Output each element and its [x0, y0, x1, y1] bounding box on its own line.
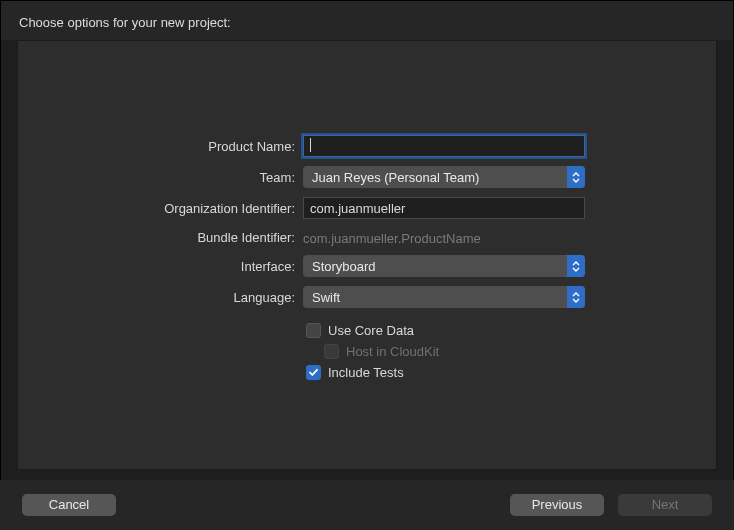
org-identifier-input[interactable]: [303, 197, 585, 219]
previous-button[interactable]: Previous: [510, 494, 604, 516]
bundle-identifier-label: Bundle Identifier:: [18, 230, 303, 245]
product-name-input[interactable]: [303, 135, 585, 157]
team-select-value: Juan Reyes (Personal Team): [312, 170, 479, 185]
product-name-label: Product Name:: [18, 139, 303, 154]
updown-icon: [567, 286, 585, 308]
include-tests-label: Include Tests: [328, 365, 404, 380]
dialog-footer: Cancel Previous Next: [0, 480, 734, 530]
use-core-data-label: Use Core Data: [328, 323, 414, 338]
org-identifier-label: Organization Identifier:: [18, 201, 303, 216]
next-button: Next: [618, 494, 712, 516]
language-select-value: Swift: [312, 290, 340, 305]
interface-select-value: Storyboard: [312, 259, 376, 274]
language-select[interactable]: Swift: [303, 286, 585, 308]
updown-icon: [567, 166, 585, 188]
bundle-identifier-value: com.juanmueller.ProductName: [303, 228, 585, 246]
options-panel: Product Name: Team: Juan Reyes (Personal…: [17, 40, 717, 470]
dialog-header: Choose options for your new project:: [1, 1, 733, 40]
interface-label: Interface:: [18, 259, 303, 274]
host-cloudkit-checkbox: [324, 344, 339, 359]
team-label: Team:: [18, 170, 303, 185]
dialog-title: Choose options for your new project:: [19, 15, 715, 30]
cancel-button[interactable]: Cancel: [22, 494, 116, 516]
use-core-data-checkbox[interactable]: [306, 323, 321, 338]
host-cloudkit-label: Host in CloudKit: [346, 344, 439, 359]
language-label: Language:: [18, 290, 303, 305]
team-select[interactable]: Juan Reyes (Personal Team): [303, 166, 585, 188]
interface-select[interactable]: Storyboard: [303, 255, 585, 277]
include-tests-checkbox[interactable]: [306, 365, 321, 380]
updown-icon: [567, 255, 585, 277]
